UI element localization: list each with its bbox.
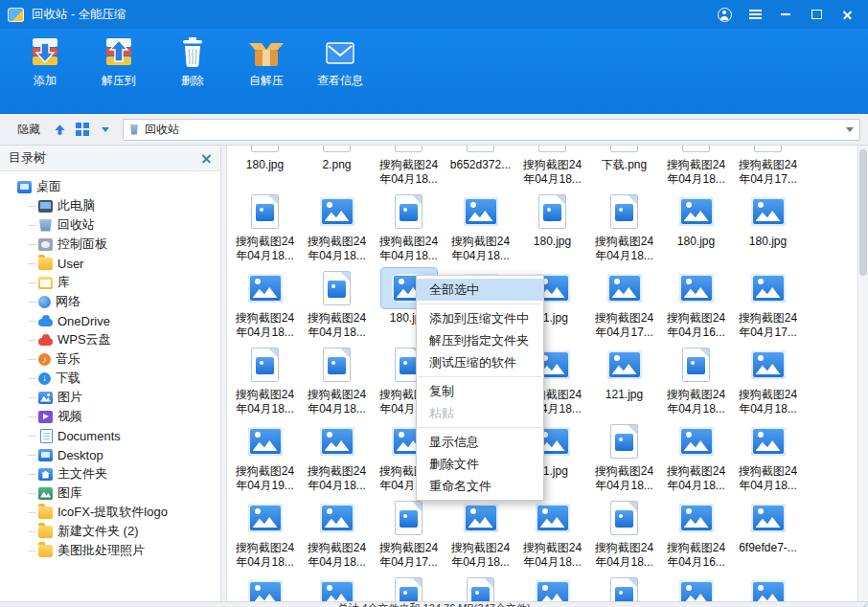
tree-item[interactable]: User bbox=[0, 254, 220, 273]
context-menu-item[interactable]: 测试压缩的软件 bbox=[417, 351, 543, 373]
file-item[interactable]: 搜狗截图24 年04月18... bbox=[516, 498, 588, 574]
file-item[interactable]: 搜狗截图24 年04月18... bbox=[732, 421, 804, 498]
close-button[interactable] bbox=[837, 3, 857, 26]
file-item[interactable] bbox=[516, 574, 588, 601]
tree-item[interactable]: 回收站 bbox=[0, 215, 220, 235]
context-menu-item[interactable]: 复制 bbox=[417, 380, 543, 402]
tree-item[interactable]: 此电脑 bbox=[0, 196, 220, 215]
address-input[interactable]: 回收站 bbox=[123, 119, 860, 141]
file-item[interactable] bbox=[732, 574, 804, 601]
file-item[interactable]: 180.jpg bbox=[660, 191, 732, 268]
file-item[interactable]: 180.jpg bbox=[229, 146, 301, 191]
file-item[interactable] bbox=[301, 574, 373, 601]
file-name: 搜狗截图24 年04月18... bbox=[236, 541, 294, 570]
file-item[interactable]: 搜狗截图24 年04月17... bbox=[732, 268, 804, 345]
file-item[interactable]: 搜狗截图24 年04月18... bbox=[373, 146, 445, 191]
tree-item[interactable]: 视频 bbox=[0, 407, 220, 426]
tree-item[interactable]: IcoFX-提取软件logo bbox=[0, 503, 220, 522]
file-item[interactable]: 搜狗截图24 年04月18... bbox=[516, 146, 588, 191]
file-item[interactable]: 搜狗截图24 年04月18... bbox=[301, 345, 373, 421]
file-item[interactable]: 搜狗截图24 年04月18... bbox=[660, 146, 732, 191]
view-options-button[interactable] bbox=[94, 119, 117, 140]
vertical-scrollbar[interactable] bbox=[857, 146, 868, 601]
view-grid-button[interactable] bbox=[71, 119, 94, 140]
file-item[interactable]: 搜狗截图24 年04月18... bbox=[229, 191, 301, 268]
member-button[interactable] bbox=[715, 3, 734, 26]
file-item[interactable]: 搜狗截图24 年04月18... bbox=[301, 268, 373, 345]
tree-item[interactable]: 控制面板 bbox=[0, 235, 220, 254]
file-item[interactable] bbox=[588, 574, 660, 601]
file-item[interactable]: 搜狗截图24 年04月18... bbox=[732, 345, 804, 421]
context-menu-item[interactable]: 全部选中 bbox=[417, 279, 543, 301]
file-item[interactable] bbox=[660, 574, 732, 601]
context-menu-item[interactable]: 删除文件 bbox=[417, 453, 543, 475]
file-item[interactable] bbox=[229, 574, 301, 601]
tree-item[interactable]: 网络 bbox=[0, 292, 220, 311]
maximize-button[interactable] bbox=[807, 3, 826, 26]
tree-item[interactable]: 图库 bbox=[0, 483, 220, 503]
scrollbar-thumb[interactable] bbox=[859, 149, 867, 276]
tree-item[interactable]: 美图批处理照片 bbox=[0, 541, 220, 560]
address-dropdown-icon[interactable] bbox=[846, 127, 854, 132]
main-menu-button[interactable] bbox=[745, 3, 765, 26]
file-item[interactable]: 180.jpg bbox=[732, 191, 804, 268]
file-item[interactable]: 搜狗截图24 年04月17... bbox=[588, 268, 660, 345]
tree-item-label: IcoFX-提取软件logo bbox=[57, 504, 168, 521]
file-item[interactable]: 搜狗截图24 年04月16... bbox=[660, 498, 732, 574]
file-item[interactable]: 搜狗截图24 年04月18... bbox=[301, 421, 373, 498]
context-menu-item[interactable]: 解压到指定文件夹 bbox=[417, 329, 543, 351]
context-menu-item[interactable]: 重命名文件 bbox=[417, 475, 543, 497]
file-item[interactable]: 搜狗截图24 年04月18... bbox=[588, 498, 660, 574]
file-name: 121.jpg bbox=[605, 388, 643, 416]
file-item[interactable]: 搜狗截图24 年04月17... bbox=[732, 146, 804, 191]
file-icon-frame bbox=[525, 498, 581, 538]
file-item[interactable]: 搜狗截图24 年04月18... bbox=[301, 498, 373, 574]
file-item[interactable]: 180.jpg bbox=[516, 191, 588, 268]
extract-to-button[interactable]: 解压到 bbox=[87, 35, 150, 89]
file-item[interactable]: b652d372... bbox=[445, 146, 516, 191]
file-item[interactable]: 搜狗截图24 年04月16... bbox=[660, 268, 732, 345]
add-button[interactable]: 添加 bbox=[13, 35, 77, 89]
view-info-button[interactable]: 查看信息 bbox=[308, 35, 372, 89]
file-item[interactable]: 搜狗截图24 年04月18... bbox=[229, 498, 301, 574]
file-item[interactable]: 搜狗截图24 年04月18... bbox=[373, 191, 445, 268]
file-item[interactable]: 121.jpg bbox=[588, 345, 660, 421]
tree-item[interactable]: 音乐 bbox=[0, 349, 220, 369]
file-item[interactable]: 下载.png bbox=[588, 146, 660, 191]
tree-item[interactable]: WPS云盘 bbox=[0, 330, 220, 349]
up-level-button[interactable] bbox=[48, 119, 71, 140]
tree-item[interactable]: 下载 bbox=[0, 369, 220, 388]
tree-item[interactable]: 图片 bbox=[0, 388, 220, 407]
resize-grip[interactable] bbox=[856, 603, 867, 607]
file-item[interactable]: 搜狗截图24 年04月18... bbox=[229, 345, 301, 421]
minimize-button[interactable] bbox=[776, 3, 795, 26]
file-item[interactable]: 搜狗截图24 年04月18... bbox=[229, 268, 301, 345]
close-sidebar-button[interactable] bbox=[201, 153, 212, 164]
sfx-button[interactable]: 自解压 bbox=[235, 35, 298, 89]
file-icon-frame bbox=[741, 191, 796, 232]
file-item[interactable]: 搜狗截图24 年04月18... bbox=[301, 191, 373, 268]
tree-item[interactable]: 桌面 bbox=[0, 177, 220, 196]
file-item[interactable]: 搜狗截图24 年04月18... bbox=[445, 191, 516, 268]
file-item[interactable]: 搜狗截图24 年04月18... bbox=[445, 498, 516, 574]
context-menu-item[interactable]: 添加到压缩文件中 bbox=[417, 307, 543, 329]
file-item[interactable] bbox=[445, 574, 516, 601]
tree-item[interactable]: 新建文件夹 (2) bbox=[0, 522, 220, 541]
file-item[interactable]: 搜狗截图24 年04月17... bbox=[373, 498, 445, 574]
file-item[interactable]: 6f9efde7-... bbox=[732, 498, 804, 574]
context-menu-item[interactable]: 显示信息 bbox=[417, 431, 543, 453]
file-item[interactable]: 搜狗截图24 年04月19... bbox=[229, 421, 301, 498]
tree-item[interactable]: 主文件夹 bbox=[0, 464, 220, 483]
tree-item[interactable]: Desktop bbox=[0, 445, 220, 464]
delete-button[interactable]: 删除 bbox=[161, 35, 224, 89]
hide-panel-button[interactable]: 隐藏 bbox=[10, 119, 48, 141]
file-item[interactable]: 搜狗截图24 年04月18... bbox=[588, 191, 660, 268]
file-item[interactable]: 搜狗截图24 年04月18... bbox=[660, 421, 732, 498]
tree-item[interactable]: OneDrive bbox=[0, 311, 220, 330]
tree-item[interactable]: 库 bbox=[0, 273, 220, 292]
file-item[interactable] bbox=[373, 574, 445, 601]
file-item[interactable]: 2.png bbox=[301, 146, 373, 191]
file-item[interactable]: 搜狗截图24 年04月18... bbox=[660, 345, 732, 421]
tree-item[interactable]: Documents bbox=[0, 426, 220, 445]
file-item[interactable]: 搜狗截图24 年04月18... bbox=[588, 421, 660, 498]
